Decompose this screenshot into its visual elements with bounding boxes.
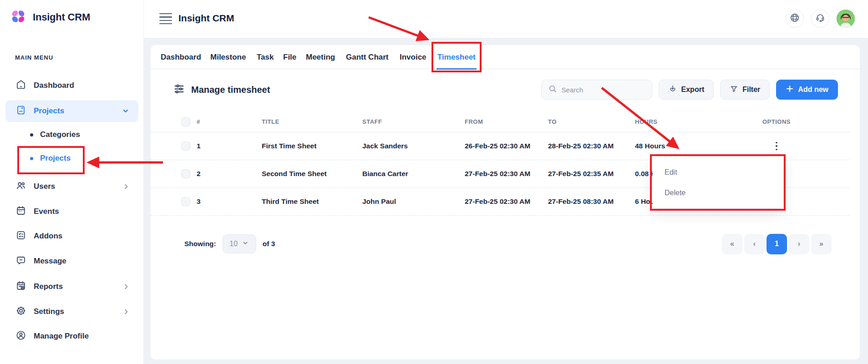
showing-label: Showing: — [184, 240, 216, 248]
module-tabs: Dashboard Milestone Task File Meeting Ga… — [151, 45, 860, 69]
first-page-button[interactable]: « — [722, 234, 742, 254]
chevron-down-icon — [242, 239, 249, 248]
row-options-kebab-icon[interactable] — [773, 139, 780, 153]
sidebar-item-label: Dashboard — [34, 81, 74, 90]
search-input[interactable] — [562, 86, 645, 94]
page-size-value: 10 — [229, 240, 238, 248]
page-buttons: « ‹ 1 › » — [722, 234, 832, 254]
sidebar-item-label: Projects — [34, 106, 64, 116]
cell-staff: John Paul — [362, 197, 465, 206]
cell-hours: 48 Hours — [635, 142, 703, 150]
projects-icon — [15, 105, 26, 117]
cell-to: 27-Feb-25 08:30 AM — [548, 197, 635, 206]
toolbar-controls: Export Filter Add new — [541, 80, 838, 100]
cell-title: Third Time Sheet — [262, 197, 362, 206]
home-icon — [15, 79, 26, 92]
brand[interactable]: Insight CRM — [9, 7, 90, 27]
sidebar-item-events[interactable]: Events — [5, 201, 138, 222]
col-header-num[interactable]: # — [197, 118, 262, 125]
section-title: Manage timesheet — [191, 85, 270, 95]
sidebar-item-settings[interactable]: Settings — [5, 301, 138, 323]
of-total-label: of 3 — [263, 240, 275, 248]
sidebar-item-reports[interactable]: Reports — [5, 276, 138, 298]
sidebar-section-label: MAIN MENU — [15, 54, 53, 61]
filter-funnel-icon — [730, 85, 738, 95]
search-box[interactable] — [541, 80, 652, 100]
tab-milestone[interactable]: Milestone — [210, 45, 246, 69]
sidebar-item-label: Events — [34, 207, 59, 216]
select-all-checkbox[interactable] — [181, 117, 190, 126]
language-globe-button[interactable] — [786, 10, 804, 28]
section-heading: Manage timesheet — [173, 83, 270, 96]
next-page-button[interactable]: › — [789, 234, 809, 254]
page-title: Insight CRM — [178, 13, 234, 24]
filter-button[interactable]: Filter — [720, 80, 770, 100]
menu-toggle-icon[interactable] — [159, 12, 172, 25]
export-label: Export — [681, 86, 705, 94]
sidebar-item-message[interactable]: Message — [5, 250, 138, 272]
sidebar-item-addons[interactable]: Addons — [5, 225, 138, 247]
filter-label: Filter — [742, 86, 760, 94]
checklist-icon — [15, 230, 26, 243]
chat-icon — [15, 255, 26, 268]
sidebar-item-dashboard[interactable]: Dashboard — [5, 75, 138, 96]
sidebar-item-label: Manage Profile — [34, 332, 89, 341]
tab-invoice[interactable]: Invoice — [400, 45, 426, 69]
col-header-hours[interactable]: HOURS — [635, 118, 703, 125]
cell-to: 27-Feb-25 02:35 AM — [548, 170, 635, 178]
cell-from: 27-Feb-25 02:30 AM — [465, 170, 548, 178]
sidebar-item-projects[interactable]: Projects — [5, 100, 138, 122]
report-icon — [15, 280, 26, 293]
brand-logo-icon — [9, 7, 27, 27]
sliders-icon — [173, 83, 185, 96]
cell-title: First Time Sheet — [262, 142, 362, 150]
col-header-staff[interactable]: STAFF — [362, 118, 465, 125]
search-icon — [548, 84, 557, 95]
export-button[interactable]: Export — [659, 80, 714, 100]
chevron-down-icon — [121, 106, 130, 116]
sidebar: Insight CRM MAIN MENU Dashboard Projects… — [0, 0, 144, 364]
sidebar-item-label: Categories — [40, 130, 80, 139]
menu-item-edit[interactable]: Edit — [653, 162, 783, 182]
sidebar-item-users[interactable]: Users — [5, 176, 138, 197]
chevron-right-icon — [122, 182, 130, 191]
tab-timesheet[interactable]: Timesheet — [437, 45, 476, 69]
cell-from: 26-Feb-25 02:30 AM — [465, 142, 548, 150]
gear-icon — [15, 305, 26, 318]
prev-page-button[interactable]: ‹ — [744, 234, 765, 254]
tab-file[interactable]: File — [283, 45, 296, 69]
cell-to: 28-Feb-25 02:30 AM — [548, 142, 635, 150]
last-page-button[interactable]: » — [811, 234, 832, 254]
tab-gantt-chart[interactable]: Gantt Chart — [346, 45, 389, 69]
sidebar-item-categories[interactable]: Categories — [5, 124, 138, 146]
chevron-right-icon — [122, 283, 130, 291]
topbar: Insight CRM — [144, 0, 868, 38]
row-checkbox[interactable] — [181, 142, 190, 151]
add-new-label: Add new — [798, 86, 828, 94]
add-new-button[interactable]: Add new — [776, 80, 838, 100]
sidebar-item-projects-sub[interactable]: Projects — [5, 147, 138, 169]
user-avatar[interactable] — [837, 10, 855, 28]
col-header-to[interactable]: TO — [548, 118, 635, 125]
support-button[interactable] — [811, 10, 829, 28]
sidebar-item-manage-profile[interactable]: Manage Profile — [5, 325, 138, 347]
tab-task[interactable]: Task — [257, 45, 274, 69]
page-size-select[interactable]: 10 — [223, 234, 256, 253]
row-checkbox[interactable] — [181, 169, 190, 178]
col-header-from[interactable]: FROM — [465, 118, 548, 125]
table-header-row: # TITLE STAFF FROM TO HOURS OPTIONS — [151, 111, 850, 132]
tab-meeting[interactable]: Meeting — [306, 45, 335, 69]
sidebar-item-label: Users — [34, 182, 55, 191]
cell-staff: Jack Sanders — [362, 142, 465, 150]
download-icon — [668, 84, 677, 95]
page-1-button[interactable]: 1 — [766, 234, 787, 254]
col-header-options: OPTIONS — [703, 118, 850, 125]
col-header-title[interactable]: TITLE — [262, 118, 362, 125]
cell-num: 3 — [197, 197, 262, 206]
row-checkbox[interactable] — [181, 197, 190, 206]
menu-item-delete[interactable]: Delete — [653, 182, 783, 203]
brand-name: Insight CRM — [33, 11, 90, 23]
tab-dashboard[interactable]: Dashboard — [161, 45, 201, 69]
plus-icon — [786, 85, 794, 95]
cell-staff: Bianca Carter — [362, 170, 465, 178]
